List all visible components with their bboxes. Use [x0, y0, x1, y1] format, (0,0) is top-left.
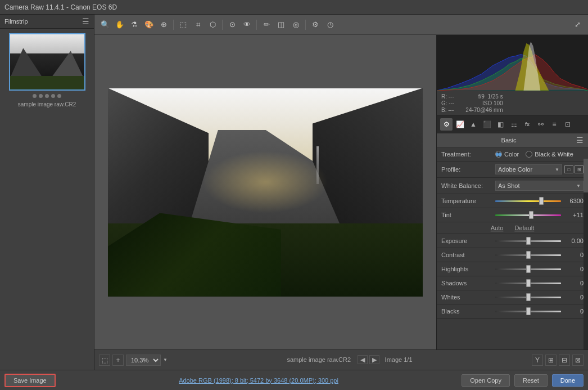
hsl-tab[interactable]: ▲	[467, 118, 480, 131]
nav-prev[interactable]: ◀	[358, 355, 368, 364]
contrast-thumb[interactable]	[526, 251, 531, 259]
snapshot-btn[interactable]: ◷	[324, 19, 336, 31]
image-viewer[interactable]	[94, 35, 436, 349]
highlights-slider[interactable]	[495, 265, 561, 273]
tool-separator-3	[256, 20, 257, 30]
panel-menu-btn[interactable]: ☰	[576, 136, 584, 145]
image-info-link[interactable]: Adobe RGB (1998); 8 bit; 5472 by 3648 (2…	[60, 377, 458, 384]
targeted-adjustment-tool[interactable]: ⊕	[157, 19, 170, 31]
preferences-btn[interactable]: ⚙	[309, 19, 322, 31]
highlights-row: Highlights 0	[437, 262, 588, 276]
temperature-value: 6300	[563, 198, 584, 204]
color-tab[interactable]: ⬛	[481, 118, 493, 131]
shadows-thumb[interactable]	[526, 279, 531, 287]
open-copy-button[interactable]: Open Copy	[462, 374, 510, 387]
hand-tool[interactable]: ✋	[114, 19, 126, 31]
panel-scrollbar-thumb[interactable]	[584, 159, 588, 192]
wb-dropdown-arrow: ▼	[576, 183, 581, 189]
panel-scrollbar[interactable]	[584, 159, 588, 349]
treatment-color-option[interactable]: Color	[495, 151, 519, 158]
zoom-tool[interactable]: 🔍	[99, 19, 111, 31]
blacks-slider[interactable]	[495, 307, 561, 315]
detail-tab[interactable]: ⚏	[508, 118, 520, 131]
highlights-thumb[interactable]	[526, 265, 531, 273]
transform-tab[interactable]: ≡	[548, 118, 560, 131]
done-button[interactable]: Done	[552, 374, 584, 387]
panel-content[interactable]: Basic ☰ Treatment: Color	[437, 133, 588, 349]
split-toning-tab[interactable]: ◧	[494, 118, 506, 131]
exposure-thumb[interactable]	[526, 237, 531, 245]
whites-row: Whites 0	[437, 290, 588, 304]
crop-tool[interactable]: ⬚	[177, 19, 189, 31]
zoom-select[interactable]: 10.3% 25% 50% 100%	[126, 355, 161, 366]
temperature-slider[interactable]	[495, 197, 561, 205]
add-btn[interactable]: +	[112, 355, 124, 366]
red-eye-tool[interactable]: 👁	[241, 19, 253, 31]
treatment-bw-radio[interactable]	[526, 151, 532, 158]
treatment-bw-option[interactable]: Black & White	[526, 151, 573, 158]
crop-overlay-btn[interactable]: ⬚	[99, 355, 110, 366]
shadows-slider[interactable]	[495, 279, 561, 287]
radial-filter-tool[interactable]: ◎	[290, 19, 302, 31]
reset-button[interactable]: Reset	[514, 374, 548, 387]
filmstrip-header: Filmstrip ☰	[0, 15, 94, 29]
profile-grid-icon-1[interactable]: □	[564, 165, 573, 173]
treatment-color-radio[interactable]	[495, 151, 502, 158]
fullview-btn[interactable]: ⊞	[545, 355, 557, 366]
content-area: R: --- G: --- B: --- f/9 1/25 s ISO 100 …	[94, 35, 588, 349]
treatment-row: Treatment: Color Black & White	[437, 147, 588, 162]
basic-section-title: Basic	[441, 137, 576, 144]
thumb-mountain-right	[51, 51, 84, 78]
presets-tab[interactable]: ⊡	[562, 118, 574, 131]
tint-thumb[interactable]	[529, 211, 533, 219]
blacks-control: 0	[495, 307, 584, 315]
basic-tab[interactable]: ⚙	[440, 118, 453, 131]
whites-thumb[interactable]	[526, 293, 531, 301]
transform-tool[interactable]: ⬡	[206, 19, 219, 31]
thumb-sky	[10, 34, 84, 53]
filmstrip-toggle-btn[interactable]: ⊠	[572, 355, 584, 366]
color-sampler-tool[interactable]: 🎨	[143, 19, 155, 31]
graduated-filter-tool[interactable]: ◫	[275, 19, 287, 31]
app-title: Camera Raw 11.4.1 - Canon EOS 6D	[4, 3, 117, 11]
tone-curve-tab[interactable]: 📈	[454, 118, 466, 131]
auto-btn[interactable]: Auto	[491, 225, 504, 231]
white-balance-tool[interactable]: ⚗	[128, 19, 141, 31]
tint-slider[interactable]	[495, 211, 561, 219]
rating-btn[interactable]: Y	[532, 355, 543, 366]
exposure-value: 0.00	[563, 237, 584, 244]
nav-next[interactable]: ▶	[369, 355, 379, 364]
scene-glow	[202, 151, 328, 213]
compare-btn[interactable]: ⊟	[559, 355, 570, 366]
lens-tab[interactable]: ⚯	[535, 118, 547, 131]
dot-2	[39, 94, 43, 98]
fx-tab[interactable]: fx	[521, 118, 533, 131]
highlights-value: 0	[563, 266, 584, 272]
save-image-button[interactable]: Save Image	[4, 374, 56, 387]
panel-tabs: ⚙ 📈 ▲ ⬛ ◧ ⚏ fx ⚯ ≡ ⊡	[437, 116, 588, 133]
whites-slider[interactable]	[495, 293, 561, 301]
white-balance-label: White Balance:	[441, 182, 492, 189]
contrast-slider[interactable]	[495, 251, 561, 259]
blacks-row: Blacks 0	[437, 304, 588, 319]
white-balance-dropdown[interactable]: As Shot ▼	[495, 181, 584, 191]
exposure-row: Exposure 0.00	[437, 234, 588, 248]
profile-grid-icon-2[interactable]: ⊞	[575, 165, 584, 173]
temperature-thumb[interactable]	[539, 197, 544, 205]
tool-separator-2	[222, 20, 223, 30]
fullscreen-btn[interactable]: ⤢	[571, 19, 584, 31]
b-value: B: ---	[441, 107, 454, 113]
straighten-tool[interactable]: ⌗	[192, 19, 204, 31]
exposure-slider[interactable]	[495, 237, 561, 245]
spot-removal-tool[interactable]: ⊙	[226, 19, 238, 31]
highlights-label: Highlights	[441, 266, 492, 272]
adjustment-brush-tool[interactable]: ✏	[260, 19, 273, 31]
tint-control: +11	[495, 211, 584, 219]
default-btn[interactable]: Default	[514, 225, 534, 231]
status-filename: sample image raw.CR2	[287, 356, 351, 363]
thumbnail-wrapper[interactable]	[9, 33, 85, 91]
filmstrip-menu-icon[interactable]: ☰	[82, 17, 89, 26]
camera-info-left: R: --- G: --- B: ---	[441, 93, 454, 113]
blacks-thumb[interactable]	[526, 307, 531, 315]
profile-dropdown[interactable]: Adobe Color ▼	[495, 164, 562, 174]
